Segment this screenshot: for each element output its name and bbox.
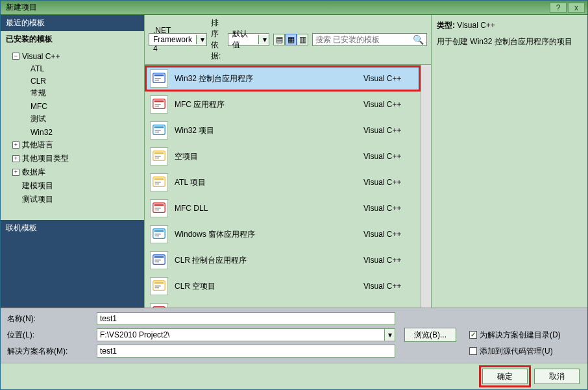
create-solution-dir-checkbox[interactable] [469,331,477,339]
template-row[interactable]: CLR 空项目Visual C++ [145,273,421,299]
close-button[interactable]: x [568,3,585,13]
tree-item[interactable]: ATL [2,62,143,75]
template-list: Win32 控制台应用程序Visual C++MFC 应用程序Visual C+… [145,65,421,308]
template-name: MFC DLL [175,204,357,213]
help-button[interactable]: ? [550,3,567,13]
template-language: Visual C++ [363,74,415,83]
sidebar-fill [1,236,144,308]
svg-rect-29 [154,256,164,258]
type-label: 类型: [437,21,455,30]
view-medium-icons-button[interactable]: ▦ [285,34,297,45]
tree-item-label: ATL [31,64,44,73]
collapse-icon[interactable]: − [12,53,19,60]
svg-rect-35 [155,287,159,288]
win-icon [150,121,168,140]
search-input[interactable] [315,35,413,44]
view-toggle: ▤ ▦ ▥ [273,34,308,45]
mfcdll-icon [150,199,168,217]
template-name: Windows 窗体应用程序 [175,229,357,240]
svg-rect-34 [155,286,161,286]
template-language: Visual C++ [363,178,415,187]
tree-item[interactable]: Win32 [2,126,143,138]
tree-item[interactable]: +其他语言 [2,138,143,152]
chevron-down-icon: ▾ [258,35,269,44]
template-row[interactable]: Windows 窗体应用程序Visual C++ [145,221,421,247]
svg-rect-10 [155,130,161,130]
template-row[interactable]: Win32 项目Visual C++ [145,117,421,143]
view-small-icons-button[interactable]: ▤ [273,34,285,45]
svg-rect-21 [154,204,164,206]
view-large-icons-button[interactable]: ▥ [297,34,308,45]
template-name: CLR 空项目 [175,281,357,292]
tree-item-label: 测试 [31,114,46,123]
sort-dropdown[interactable]: 默认值 ▾ [228,33,269,46]
tree-item[interactable]: +数据库 [2,165,143,179]
template-language: Visual C++ [363,282,415,291]
tree-item-label: 数据库 [22,167,45,177]
svg-rect-6 [155,104,161,104]
template-language: Visual C++ [363,152,415,161]
mfc-icon [150,95,168,114]
template-row[interactable]: ATL 项目Visual C++ [145,169,421,195]
template-row[interactable]: 空项目Visual C++ [145,143,421,169]
svg-rect-27 [155,236,159,236]
svg-rect-5 [154,101,164,103]
expand-icon[interactable]: + [12,155,19,162]
cancel-button[interactable]: 取消 [534,369,580,384]
svg-rect-15 [155,158,159,158]
scrollbar[interactable] [421,65,431,308]
tree-item[interactable]: 测试项目 [2,193,143,206]
tree-item-label: 其他语言 [22,140,53,149]
expand-icon[interactable]: + [12,141,19,149]
solution-name-input[interactable]: test1 [97,345,395,358]
template-name: CLR 控制台应用程序 [175,255,357,266]
create-solution-dir-label: 为解决方案创建目录(D) [480,330,561,341]
svg-rect-2 [155,78,161,79]
svg-rect-11 [155,132,159,132]
search-box[interactable]: 🔍 [312,33,427,46]
template-row[interactable]: Win32 控制台应用程序Visual C++ [145,66,421,91]
empty-icon [150,147,168,165]
recent-templates-header[interactable]: 最近的模板 [1,15,144,31]
mfcx-icon [150,303,168,308]
template-language: Visual C++ [363,126,415,135]
console-icon [150,251,168,269]
form-panel: 名称(N): test1 位置(L): F:\VS2010 Project2\ … [1,308,587,363]
solution-name-label: 解决方案名称(M): [7,346,92,357]
name-input[interactable]: test1 [97,312,395,325]
svg-rect-36 [153,307,165,308]
toolbar: .NET Framework 4 ▾ 排序依据: 默认值 ▾ ▤ ▦ ▥ [145,15,431,65]
template-row[interactable]: MFC ActiveX 控件Visual C++ [145,299,421,308]
tree-item[interactable]: +其他项目类型 [2,152,143,165]
tree-item[interactable]: 常规 [2,86,143,100]
browse-button[interactable]: 浏览(B)... [404,328,456,342]
template-language: Visual C++ [363,204,415,213]
installed-templates-header[interactable]: 已安装的模板 [1,31,144,47]
svg-rect-7 [155,106,159,106]
svg-rect-9 [154,127,164,128]
svg-rect-23 [155,210,159,210]
tree-item-label: 其他项目类型 [22,154,69,163]
expand-icon[interactable]: + [12,169,19,176]
console-icon [150,69,168,88]
tree-item-label: Visual C++ [22,52,60,61]
template-name: Win32 项目 [175,125,357,136]
tree-item[interactable]: MFC [2,100,143,112]
template-name: ATL 项目 [175,177,357,188]
tree-item[interactable]: 建模项目 [2,179,143,193]
template-row[interactable]: CLR 控制台应用程序Visual C++ [145,247,421,273]
location-input[interactable]: F:\VS2010 Project2\ ▾ [97,328,395,341]
template-name: MFC 应用程序 [175,99,357,110]
tree-item[interactable]: −Visual C++ [2,50,143,62]
add-source-control-checkbox[interactable] [469,347,477,355]
tree-item[interactable]: 测试 [2,112,143,126]
ok-button[interactable]: 确定 [482,369,528,384]
online-templates-header[interactable]: 联机模板 [1,220,144,236]
name-label: 名称(N): [7,313,92,324]
framework-dropdown[interactable]: .NET Framework 4 ▾ [149,33,207,46]
template-language: Visual C++ [363,100,415,109]
template-row[interactable]: MFC DLLVisual C++ [145,195,421,221]
template-row[interactable]: MFC 应用程序Visual C++ [145,91,421,117]
svg-rect-25 [154,230,164,232]
tree-item[interactable]: CLR [2,75,143,87]
